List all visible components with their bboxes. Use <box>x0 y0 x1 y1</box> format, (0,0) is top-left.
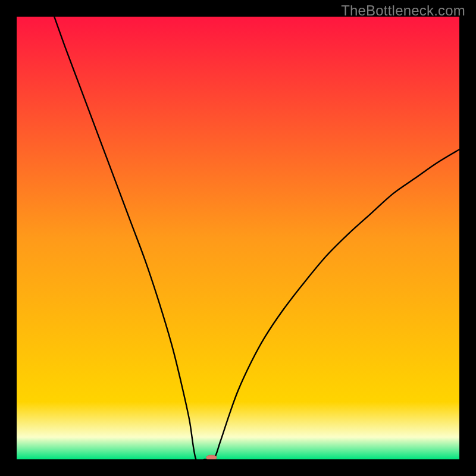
minimum-marker <box>206 455 217 459</box>
gradient-background <box>17 17 459 459</box>
plot-area <box>17 17 459 459</box>
outer-frame: TheBottleneck.com <box>0 0 476 476</box>
chart-svg <box>17 17 459 459</box>
